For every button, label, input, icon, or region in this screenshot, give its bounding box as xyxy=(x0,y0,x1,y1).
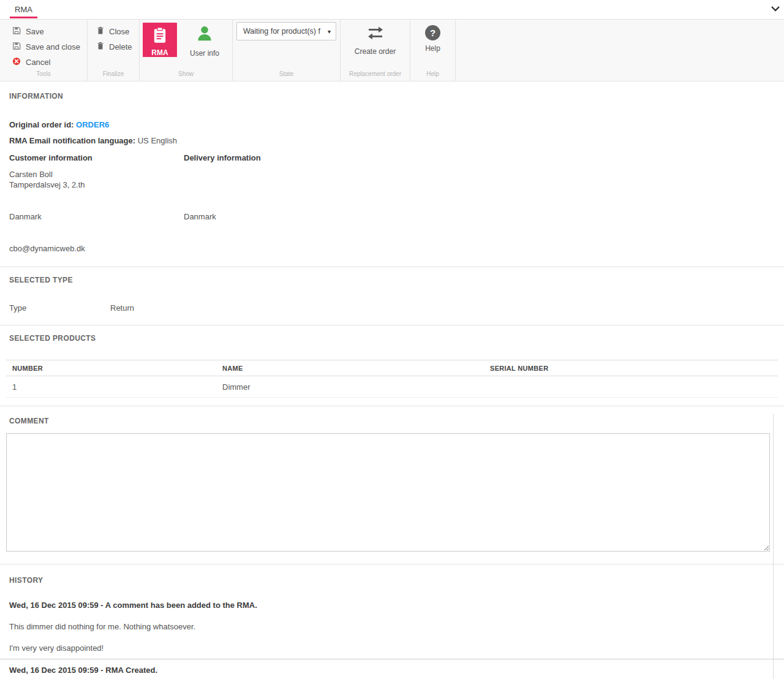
customer-information-column: Customer information Carsten Boll Tamper… xyxy=(9,153,184,254)
tab-bar: RMA xyxy=(0,0,784,20)
delete-button[interactable]: Delete xyxy=(97,39,139,55)
blank-line xyxy=(184,191,775,202)
section-history: HISTORY Wed, 16 Dec 2015 09:59 - A comme… xyxy=(0,564,784,679)
blank-line xyxy=(9,202,184,212)
blank-line xyxy=(9,191,184,202)
rma-button[interactable]: RMA xyxy=(143,23,177,57)
select-arrow-icon: ▾ xyxy=(328,28,331,35)
ribbon-group-state: Waiting for product(s) f ▾ State xyxy=(233,20,341,81)
history-heading: HISTORY xyxy=(9,564,775,585)
history-entry-line: I'm very very disappointed! xyxy=(9,643,775,653)
email-language-value: US English xyxy=(138,136,177,145)
product-serial-cell xyxy=(484,376,778,398)
selected-products-heading: SELECTED PRODUCTS xyxy=(9,325,775,343)
delivery-country: Danmark xyxy=(184,212,775,222)
original-order-label: Original order id: xyxy=(9,120,74,129)
delete-label: Delete xyxy=(109,42,132,51)
blank-line xyxy=(9,233,184,244)
cancel-label: Cancel xyxy=(26,58,50,67)
state-select[interactable]: Waiting for product(s) f ▾ xyxy=(236,22,336,40)
product-name-cell: Dimmer xyxy=(216,376,484,398)
customer-information-heading: Customer information xyxy=(9,153,184,164)
swap-arrows-icon xyxy=(365,25,386,44)
close-label: Close xyxy=(109,27,129,36)
products-header-row: NUMBER NAME SERIAL NUMBER xyxy=(6,360,778,376)
ribbon: Save Save and close Cancel Tools Close xyxy=(0,20,784,82)
customer-email: cbo@dynamicweb.dk xyxy=(9,244,184,254)
type-value: Return xyxy=(110,303,134,313)
group-label-help: Help xyxy=(410,70,455,77)
create-order-label: Create order xyxy=(355,47,396,56)
cancel-button[interactable]: Cancel xyxy=(12,55,87,70)
save-button[interactable]: Save xyxy=(12,24,87,39)
ribbon-group-show: RMA User info Show xyxy=(140,20,233,81)
close-button[interactable]: Close xyxy=(97,24,139,39)
history-entry: Wed, 16 Dec 2015 09:59 - A comment has b… xyxy=(9,601,775,653)
address-columns: Customer information Carsten Boll Tamper… xyxy=(9,153,775,254)
group-label-replacement-order: Replacement order xyxy=(341,70,410,77)
history-entry-heading: Wed, 16 Dec 2015 09:59 - A comment has b… xyxy=(9,601,775,610)
section-selected-products: SELECTED PRODUCTS NUMBER NAME SERIAL NUM… xyxy=(0,325,784,406)
ribbon-spacer xyxy=(456,20,784,81)
table-row: 1 Dimmer xyxy=(6,376,778,398)
scrollbar-track[interactable] xyxy=(773,414,774,679)
group-label-tools: Tools xyxy=(0,70,87,77)
email-language-label: RMA Email notification language: xyxy=(9,136,135,145)
customer-address: Tamperdalsvej 3, 2.th xyxy=(9,180,184,191)
ribbon-group-replacement-order: Create order Replacement order xyxy=(341,20,410,81)
column-header-serial-number: SERIAL NUMBER xyxy=(484,360,778,376)
original-order-link[interactable]: ORDER6 xyxy=(76,120,109,129)
type-label: Type xyxy=(9,303,110,313)
state-select-value: Waiting for product(s) f xyxy=(243,27,325,36)
user-info-label: User info xyxy=(190,49,219,58)
email-language-line: RMA Email notification language: US Engl… xyxy=(9,136,775,145)
user-info-button[interactable]: User info xyxy=(186,23,224,58)
group-label-finalize: Finalize xyxy=(88,70,139,77)
column-header-name: NAME xyxy=(216,360,484,376)
column-header-number: NUMBER xyxy=(6,360,216,376)
tab-rma-label: RMA xyxy=(15,5,32,14)
delivery-information-column: Delivery information Danmark xyxy=(184,153,775,254)
blank-line xyxy=(184,233,775,244)
help-button[interactable]: ? Help xyxy=(410,25,455,53)
delivery-information-heading: Delivery information xyxy=(184,153,775,164)
blank-line xyxy=(184,170,775,180)
selected-type-heading: SELECTED TYPE xyxy=(9,267,775,284)
ribbon-group-tools: Save Save and close Cancel Tools xyxy=(0,20,88,81)
ribbon-group-help: ? Help Help xyxy=(410,20,456,81)
clipboard-icon xyxy=(152,27,168,47)
blank-line xyxy=(184,222,775,233)
original-order-line: Original order id: ORDER6 xyxy=(9,120,775,129)
trash-icon xyxy=(97,26,104,37)
user-icon xyxy=(195,25,214,45)
tab-rma[interactable]: RMA xyxy=(10,0,37,19)
chevron-down-icon[interactable] xyxy=(769,2,782,15)
help-icon: ? xyxy=(425,25,440,40)
history-entry-heading: Wed, 16 Dec 2015 09:59 - RMA Created. xyxy=(9,666,775,675)
customer-name: Carsten Boll xyxy=(9,170,184,180)
cancel-icon xyxy=(12,57,21,67)
history-entry-line: This dimmer did nothing for me. Nothing … xyxy=(9,622,775,631)
section-information: INFORMATION Original order id: ORDER6 RM… xyxy=(0,82,784,267)
save-label: Save xyxy=(26,27,44,36)
active-tab-underline xyxy=(10,17,37,18)
comment-heading: COMMENT xyxy=(9,406,775,425)
group-label-show: Show xyxy=(140,70,232,77)
save-icon xyxy=(12,42,21,52)
save-and-close-label: Save and close xyxy=(26,42,80,51)
create-order-button[interactable]: Create order xyxy=(341,25,410,56)
type-row: Type Return xyxy=(9,303,775,313)
comment-textarea[interactable] xyxy=(6,433,770,552)
blank-line xyxy=(184,180,775,191)
blank-line xyxy=(184,244,775,254)
save-icon xyxy=(12,26,21,37)
trash-icon xyxy=(97,42,104,52)
products-table: NUMBER NAME SERIAL NUMBER 1 Dimmer xyxy=(6,360,778,398)
help-label: Help xyxy=(425,44,440,53)
section-selected-type: SELECTED TYPE Type Return xyxy=(0,267,784,325)
ribbon-group-finalize: Close Delete Finalize xyxy=(88,20,140,81)
blank-line xyxy=(184,202,775,212)
save-and-close-button[interactable]: Save and close xyxy=(12,39,87,55)
history-entry: Wed, 16 Dec 2015 09:59 - RMA Created. xyxy=(0,659,784,675)
customer-country: Danmark xyxy=(9,212,184,222)
